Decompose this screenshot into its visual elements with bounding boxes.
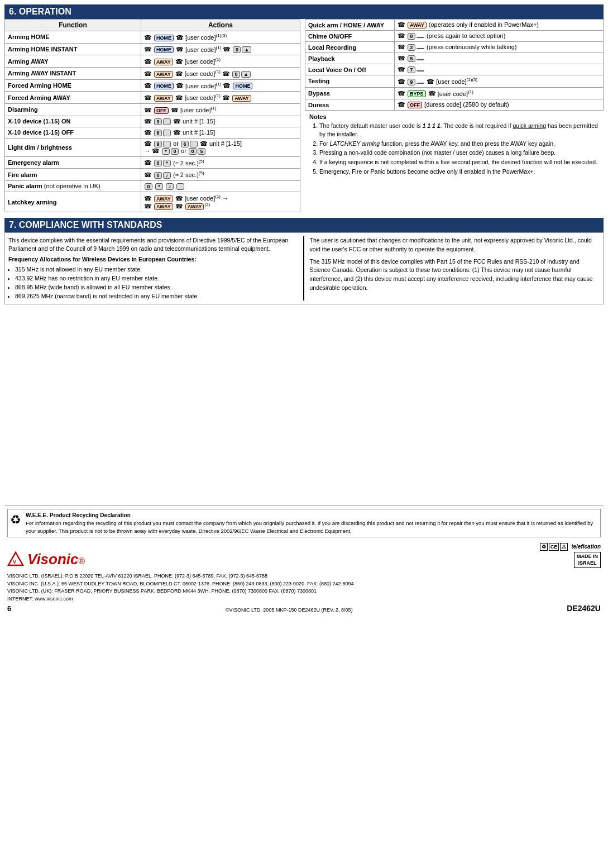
action-arming-away: ☎ AWAY ☎ [user code](1) (141, 55, 300, 68)
phone-icon: ☎ (152, 147, 160, 155)
action-x10-off: ☎ 6 ☎ unit # [1-15] (141, 127, 300, 138)
action-chime: ☎ 0 (press again to select option) (395, 31, 604, 42)
freq-list: 315 MHz is not allowed in any EU member … (15, 265, 299, 301)
svg-text:V: V (13, 559, 16, 565)
phone-icon: ☎ (428, 90, 436, 97)
section7-right-para1: The user is cautioned that changes or mo… (310, 236, 600, 254)
phone-icon: ☎ (175, 195, 183, 202)
away-key: AWAY (154, 203, 173, 210)
func-duress: Duress (305, 99, 395, 111)
action-latchkey: ☎ AWAY ☎ [user code](1) → ☎ AWAY ☎ AWAY(… (141, 192, 300, 212)
action-forced-away: ☎ AWAY ☎ [user code](1) ☎ AWAY (141, 92, 300, 104)
weee-section: ♻ W.E.E.E. Product Recycling Declaration… (7, 509, 601, 537)
notes-section: Notes The factory default master user co… (305, 111, 604, 179)
phone-icon: ☎ (176, 46, 184, 53)
space-key (163, 130, 171, 136)
func-local-voice: Local Voice On / Off (305, 64, 395, 75)
bottom-area: ♻ W.E.E.E. Product Recycling Declaration… (4, 505, 604, 616)
action-arming-home-instant: ☎ HOME ☎ [user code](1) ☎ 0▲ (141, 43, 300, 55)
table-row: Arming HOME ☎ HOME ☎ [user code](1)(3) (5, 31, 300, 44)
phone-icon: ☎ (144, 195, 152, 202)
addr1: VISONIC LTD. (ISRAEL): P.O.B 22020 TEL-A… (7, 573, 601, 580)
phone-icon: ☎ (223, 46, 231, 53)
zero-key: 0 (232, 71, 240, 78)
footer-line: 6 ©VISONIC LTD. 2005 MKP-150 DE2462U (RE… (7, 604, 601, 613)
phone-icon: ☎ (175, 94, 183, 102)
phone-icon: ☎ (144, 94, 152, 102)
notes-list: The factory default master user code is … (319, 122, 604, 175)
nine-key: 9 (154, 141, 162, 147)
home-key: HOME (154, 83, 174, 89)
rec-key (416, 48, 424, 49)
footer-bottom: V Visonic® ♻ CE ⚠ telefication MADE IN I… (7, 541, 601, 570)
addr2: VISONIC INC. (U.S.A.): 65 WEST DUDLEY TO… (7, 580, 601, 588)
ce-icon: CE (549, 543, 559, 551)
col-actions-header: Actions (141, 20, 300, 31)
func-quick-arm: Quick arm / HOME / AWAY (305, 20, 395, 31)
addr3: VISONIC LTD. (UK): FRASER ROAD, PRIORY B… (7, 588, 601, 595)
action-forced-home: ☎ HOME ☎ [user code](1) ☎ HOME (141, 79, 300, 92)
doc-number: DE2462U (567, 604, 601, 613)
visonic-name: Visonic® (27, 551, 85, 568)
seven-key: 7 (408, 66, 415, 73)
nine-key: 9 (154, 118, 162, 125)
table-row: Latchkey arming ☎ AWAY ☎ [user code](1) … (5, 192, 300, 212)
away-key: AWAY (154, 71, 173, 78)
phone-icon: ☎ (173, 118, 181, 125)
phone-icon: ☎ (398, 101, 405, 108)
func-emergency: Emergency alarm (5, 156, 141, 169)
phone-icon: ☎ (144, 70, 152, 78)
func-fire: Fire alarm (5, 169, 141, 181)
weee-icon: ♻ (10, 512, 21, 529)
phone-icon: ☎ (144, 82, 152, 89)
list-item: Pressing a non-valid code combination (n… (319, 149, 604, 157)
table-row: Duress ☎ OFF [duress code] (2580 by defa… (305, 99, 604, 111)
phone-icon: ☎ (176, 82, 184, 89)
six-key: 6 (181, 141, 189, 147)
table-row: Emergency alarm ☎ 0* (≈ 2 sec.)(5) (5, 156, 300, 169)
section7-right: The user is cautioned that changes or mo… (310, 236, 600, 301)
action-emergency: ☎ 0* (≈ 2 sec.)(5) (141, 156, 300, 169)
section7-para1: This device complies with the essential … (8, 236, 299, 252)
phone-icon: ☎ (222, 70, 230, 78)
action-arming-home: ☎ HOME ☎ [user code](1)(3) (141, 31, 300, 44)
phone-icon: ☎ (144, 118, 152, 125)
list-item: Emergency, Fire or Panic buttons become … (319, 168, 604, 176)
two-key: 2 (408, 44, 415, 51)
quick-arm-table: Quick arm / HOME / AWAY ☎ AWAY (operates… (305, 19, 604, 111)
away-key: AWAY (154, 95, 173, 102)
phone-icon: ☎ (200, 140, 208, 147)
function-table: Function Actions Arming HOME ☎ HOME ☎ [u… (4, 19, 300, 212)
col-function-header: Function (5, 20, 141, 31)
table-row: Forced Arming HOME ☎ HOME ☎ [user code](… (5, 79, 300, 92)
space-key (176, 183, 184, 190)
phone-icon: ☎ (398, 55, 405, 62)
home-key2: HOME (233, 83, 252, 89)
table-row: Bypass ☎ BYPS ☎ [user code](1) (305, 87, 604, 99)
six-key: 6 (154, 130, 162, 136)
phone-icon: ☎ (144, 140, 152, 147)
section7-content: This device complies with the essential … (4, 232, 604, 304)
action-fire: ☎ 0♪ (≈ 2 sec.)(5) (141, 169, 300, 181)
away-key: AWAY (408, 22, 427, 28)
home-key: HOME (154, 46, 174, 53)
table-row: Local Voice On / Off ☎ 7 (305, 64, 604, 75)
space-key (190, 141, 198, 147)
away-key2: AWAY (232, 95, 251, 102)
zero-key: 0 (408, 33, 415, 40)
func-bypass: Bypass (305, 87, 395, 99)
registered-mark: ® (79, 556, 85, 566)
phone-icon: ☎ (398, 78, 405, 85)
phone-icon: ☎ (144, 58, 152, 65)
table-row: Quick arm / HOME / AWAY ☎ AWAY (operates… (305, 20, 604, 31)
zero-key: 0 (233, 46, 241, 53)
note-key: ♪ (166, 183, 174, 190)
away-key: AWAY (154, 195, 173, 202)
phone-icon: ☎ (398, 66, 405, 73)
phone-icon: ☎ (175, 58, 183, 65)
internet: INTERNET: www.visonic.com (7, 595, 601, 603)
list-item: The factory default master user code is … (319, 122, 604, 138)
list-item: If a keying sequence is not completed wi… (319, 158, 604, 166)
made-in-israel-box: MADE IN ISRAEL (574, 552, 601, 568)
phone-icon: ☎ (144, 171, 152, 179)
